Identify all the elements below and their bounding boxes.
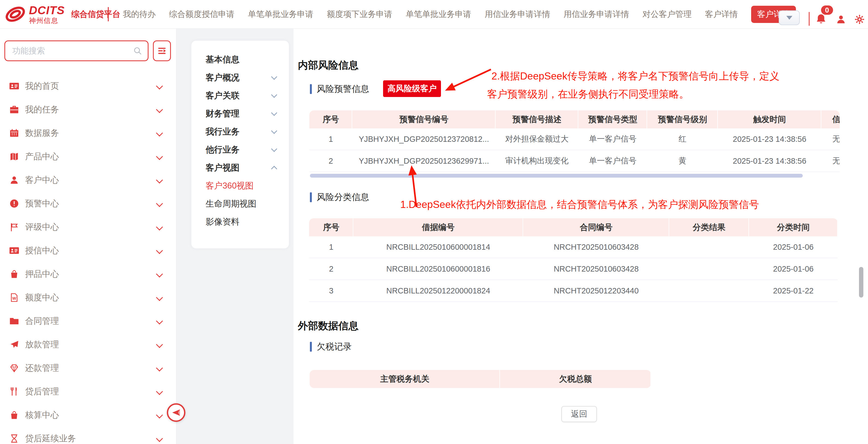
sidebar-collapse-button[interactable] bbox=[167, 403, 185, 422]
idcard-icon bbox=[9, 81, 19, 91]
brand-company-cn: 神州信息 bbox=[29, 17, 65, 24]
subnav-item-other-bank-business[interactable]: 他行业务 bbox=[191, 141, 289, 159]
sidebar-item-贷后管理[interactable]: 贷后管理 bbox=[0, 380, 176, 403]
nav-item-loan-detail-2[interactable]: 用信业务申请详情 bbox=[563, 9, 629, 20]
risk-class-table: 序号借据编号合同编号分类结果分类时间1NRCBILL20250106000018… bbox=[309, 218, 838, 302]
annotation-note1: 1.DeepSeek依托内外部数据信息，结合预警信号体系，为客户探测风险预警信号 bbox=[400, 198, 759, 211]
section-title: 风险预警信息 bbox=[317, 83, 369, 95]
table-row[interactable]: 2YJBHYJXH_DGP20250123629971...审计机构出现变化单一… bbox=[309, 150, 840, 172]
page-vertical-scrollbar[interactable] bbox=[859, 267, 863, 298]
sidebar-item-放款管理[interactable]: 放款管理 bbox=[0, 333, 176, 356]
sidebar-item-押品中心[interactable]: 押品中心 bbox=[0, 262, 176, 286]
column-header: 合同编号 bbox=[523, 218, 669, 236]
nav-item-single-batch-2[interactable]: 单笔单批业务申请 bbox=[406, 9, 471, 20]
chevron-down-icon bbox=[156, 388, 163, 395]
chevron-up-icon bbox=[271, 166, 277, 172]
folder-icon bbox=[9, 316, 19, 326]
sidebar-item-label: 数据服务 bbox=[25, 127, 157, 139]
back-button[interactable]: 返回 bbox=[561, 406, 597, 422]
chevron-down-icon bbox=[156, 412, 163, 418]
subnav-item-customer-view[interactable]: 客户视图 bbox=[191, 159, 289, 177]
subnav-item-customer-overview[interactable]: 客户概况 bbox=[191, 68, 289, 87]
alert-icon bbox=[9, 199, 19, 208]
header-divider bbox=[809, 12, 810, 26]
sidebar-item-贷后延续业务[interactable]: 贷后延续业务 bbox=[0, 427, 176, 444]
table-cell: 2025-01-23 14:38:56 bbox=[718, 128, 821, 150]
sidebar-item-核算中心[interactable]: 核算中心 bbox=[0, 403, 176, 427]
menu-toggle-button[interactable] bbox=[153, 40, 171, 61]
section-title: 欠税记录 bbox=[317, 341, 352, 353]
subnav-item-image-materials[interactable]: 影像资料 bbox=[191, 213, 289, 231]
sidebar-item-客户中心[interactable]: 客户中心 bbox=[0, 168, 176, 192]
user-icon bbox=[9, 175, 19, 185]
table-cell: 审计机构出现变化 bbox=[496, 150, 578, 172]
subnav-child-label: 生命周期视图 bbox=[206, 198, 256, 210]
sidebar-item-label: 客户中心 bbox=[25, 174, 157, 186]
logo-divider bbox=[108, 7, 109, 21]
risk-warning-section-header: 风险预警信息 bbox=[310, 83, 369, 95]
customer-subnav-card: 基本信息 客户概况 客户关联 财务管理 我行业务 他行业务 客户视图 客户360… bbox=[191, 40, 289, 249]
sidebar-item-我的首页[interactable]: 我的首页 bbox=[0, 74, 176, 98]
sidebar-item-还款管理[interactable]: 还款管理 bbox=[0, 356, 176, 380]
table-cell bbox=[669, 258, 749, 279]
subnav-item-our-bank-business[interactable]: 我行业务 bbox=[191, 123, 289, 141]
subnav-label: 基本信息 bbox=[206, 54, 289, 65]
chevron-down-icon bbox=[156, 294, 163, 301]
table-cell: 2 bbox=[309, 258, 353, 279]
subnav-item-customer-relation[interactable]: 客户关联 bbox=[191, 87, 289, 105]
nav-item-quota-business[interactable]: 额度项下业务申请 bbox=[327, 9, 392, 20]
subnav-label: 客户概况 bbox=[206, 72, 272, 83]
sidebar-item-产品中心[interactable]: 产品中心 bbox=[0, 145, 176, 168]
chevron-down-icon bbox=[156, 200, 163, 207]
tab-overflow-dropdown[interactable] bbox=[779, 10, 800, 25]
subnav-label: 客户视图 bbox=[206, 162, 272, 174]
tax-section-header: 欠税记录 bbox=[310, 341, 352, 353]
subnav-child-label: 影像资料 bbox=[206, 216, 240, 228]
nav-item-my-todo[interactable]: 我的待办 bbox=[123, 9, 156, 20]
sidebar-item-数据服务[interactable]: 数据服务 bbox=[0, 121, 176, 145]
sidebar-item-额度中心[interactable]: 额度中心 bbox=[0, 286, 176, 309]
subnav-item-lifecycle-view[interactable]: 生命周期视图 bbox=[191, 195, 289, 213]
chevron-down-icon bbox=[156, 270, 163, 277]
chevron-down-icon bbox=[271, 128, 277, 134]
bell-icon[interactable] bbox=[815, 13, 827, 25]
user-avatar-icon[interactable] bbox=[836, 14, 846, 25]
function-search-box[interactable] bbox=[4, 40, 149, 61]
nav-item-loan-detail-1[interactable]: 用信业务申请详情 bbox=[485, 9, 550, 20]
table-row[interactable]: 1NRCBILL2025010600001814NRCHT20250106034… bbox=[309, 236, 838, 258]
search-input[interactable] bbox=[12, 46, 133, 56]
nav-item-corp-customer[interactable]: 对公客户管理 bbox=[643, 9, 692, 20]
sidebar-item-评级中心[interactable]: 评级中心 bbox=[0, 215, 176, 239]
table-row[interactable]: 3NRCBILL2025012200001824NRCHT20250122034… bbox=[309, 280, 838, 302]
briefcase-icon bbox=[9, 105, 19, 115]
table-cell: YJBHYJXH_DGP20250123720812... bbox=[352, 128, 496, 150]
sidebar-item-预警中心[interactable]: 预警中心 bbox=[0, 192, 176, 215]
column-header: 预警信号级别 bbox=[647, 110, 718, 128]
sidebar-item-label: 我的任务 bbox=[25, 104, 157, 115]
table-row[interactable]: 2NRCBILL2025010600001816NRCHT20250106034… bbox=[309, 258, 838, 280]
subnav-item-customer-360-view[interactable]: 客户360视图 bbox=[191, 177, 289, 195]
chevron-down-icon bbox=[156, 341, 163, 348]
top-header: DCITS 神州信息 综合信贷平台 我的待办 综合额度授信申请 单笔单批业务申请… bbox=[0, 0, 868, 29]
sidebar-item-授信中心[interactable]: 授信中心 bbox=[0, 239, 176, 262]
column-header: 序号 bbox=[309, 110, 352, 128]
subnav-item-basic-info[interactable]: 基本信息 bbox=[191, 51, 289, 68]
subnav-item-finance-mgmt[interactable]: 财务管理 bbox=[191, 105, 289, 123]
menu-arrow-icon bbox=[157, 46, 167, 56]
section-bar bbox=[310, 193, 312, 202]
sidebar-item-合同管理[interactable]: 合同管理 bbox=[0, 309, 176, 333]
gear-icon[interactable] bbox=[854, 14, 865, 25]
table-row[interactable]: 1YJBHYJXH_DGP20250123720812...对外担保金额过大单一… bbox=[309, 128, 840, 150]
sidebar-item-我的任务[interactable]: 我的任务 bbox=[0, 98, 176, 121]
sidebar-item-label: 贷后延续业务 bbox=[25, 433, 157, 444]
sidebar-item-label: 贷后管理 bbox=[25, 386, 157, 397]
nav-item-customer-detail[interactable]: 客户详情 bbox=[705, 9, 738, 20]
nav-item-credit-apply[interactable]: 综合额度授信申请 bbox=[169, 9, 235, 20]
utensils-icon bbox=[9, 387, 19, 396]
sidebar-item-label: 额度中心 bbox=[25, 292, 157, 303]
chevron-down-icon bbox=[156, 106, 163, 113]
bag-icon bbox=[9, 410, 19, 420]
column-header: 触发时间 bbox=[718, 110, 821, 128]
table-horizontal-scrollbar[interactable] bbox=[310, 174, 803, 178]
nav-item-single-batch-1[interactable]: 单笔单批业务申请 bbox=[248, 9, 313, 20]
